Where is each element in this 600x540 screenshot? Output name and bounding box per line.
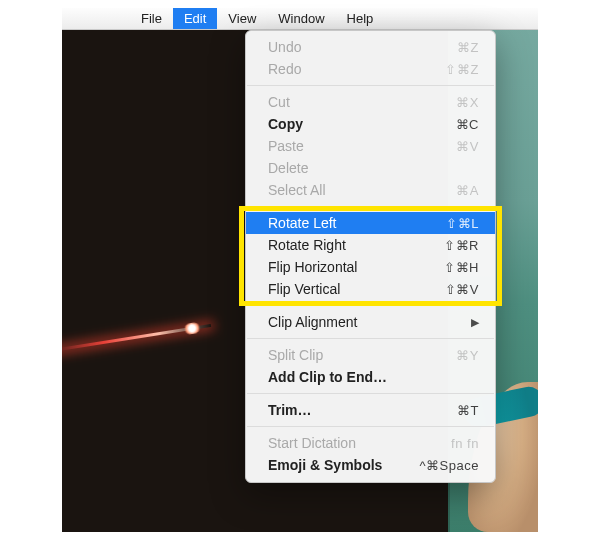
menu-item-split-clip: Split Clip⌘Y — [246, 344, 495, 366]
menu-item-shortcut: ⇧⌘Z — [445, 62, 479, 77]
menu-item-paste: Paste⌘V — [246, 135, 495, 157]
menu-item-copy[interactable]: Copy⌘C — [246, 113, 495, 135]
menu-help[interactable]: Help — [336, 8, 385, 29]
edit-dropdown: Undo⌘ZRedo⇧⌘ZCut⌘XCopy⌘CPaste⌘VDeleteSel… — [245, 30, 496, 483]
menu-item-shortcut: fn fn — [451, 436, 479, 451]
menu-item-label: Flip Horizontal — [268, 259, 357, 275]
menu-separator — [247, 85, 494, 86]
menu-item-label: Cut — [268, 94, 290, 110]
menu-item-shortcut: ⌘Z — [457, 40, 479, 55]
menu-item-emoji-symbols[interactable]: Emoji & Symbols^⌘Space — [246, 454, 495, 476]
menu-item-shortcut: ⇧⌘V — [445, 282, 479, 297]
menu-item-shortcut: ^⌘Space — [419, 458, 479, 473]
menu-item-label: Flip Vertical — [268, 281, 340, 297]
menu-item-label: Emoji & Symbols — [268, 457, 382, 473]
menu-item-label: Split Clip — [268, 347, 323, 363]
menu-item-shortcut: ⇧⌘L — [446, 216, 479, 231]
menu-item-label: Copy — [268, 116, 303, 132]
menu-item-label: Trim… — [268, 402, 312, 418]
menu-label: Help — [347, 11, 374, 26]
menu-item-delete: Delete — [246, 157, 495, 179]
menu-separator — [247, 305, 494, 306]
menu-item-label: Clip Alignment — [268, 314, 358, 330]
menu-item-shortcut: ⌘V — [456, 139, 479, 154]
menu-file[interactable]: File — [130, 8, 173, 29]
menu-separator — [247, 426, 494, 427]
menu-label: Edit — [184, 11, 206, 26]
menu-label: View — [228, 11, 256, 26]
menubar: File Edit View Window Help — [62, 8, 538, 30]
menu-item-trim[interactable]: Trim…⌘T — [246, 399, 495, 421]
menu-item-flip-vertical[interactable]: Flip Vertical⇧⌘V — [246, 278, 495, 300]
menu-item-label: Delete — [268, 160, 308, 176]
menu-item-rotate-right[interactable]: Rotate Right⇧⌘R — [246, 234, 495, 256]
menu-item-flip-horizontal[interactable]: Flip Horizontal⇧⌘H — [246, 256, 495, 278]
menu-item-rotate-left[interactable]: Rotate Left⇧⌘L — [246, 212, 495, 234]
menu-separator — [247, 393, 494, 394]
menu-item-shortcut: ⌘Y — [456, 348, 479, 363]
menu-item-shortcut: ⇧⌘H — [444, 260, 479, 275]
menu-item-undo: Undo⌘Z — [246, 36, 495, 58]
menu-item-select-all: Select All⌘A — [246, 179, 495, 201]
menu-item-clip-alignment[interactable]: Clip Alignment▶ — [246, 311, 495, 333]
menu-window[interactable]: Window — [267, 8, 335, 29]
menu-edit[interactable]: Edit — [173, 8, 217, 29]
menu-item-cut: Cut⌘X — [246, 91, 495, 113]
menu-item-label: Start Dictation — [268, 435, 356, 451]
menu-label: File — [141, 11, 162, 26]
menu-item-redo: Redo⇧⌘Z — [246, 58, 495, 80]
menu-item-start-dictation: Start Dictationfn fn — [246, 432, 495, 454]
menu-separator — [247, 338, 494, 339]
menu-separator — [247, 206, 494, 207]
menu-item-shortcut: ⇧⌘R — [444, 238, 479, 253]
menu-item-label: Select All — [268, 182, 326, 198]
menu-item-shortcut: ⌘C — [456, 117, 479, 132]
menu-item-shortcut: ⌘T — [457, 403, 479, 418]
chevron-right-icon: ▶ — [471, 316, 479, 329]
menu-item-shortcut: ⌘A — [456, 183, 479, 198]
menu-label: Window — [278, 11, 324, 26]
menu-view[interactable]: View — [217, 8, 267, 29]
menu-item-label: Rotate Left — [268, 215, 337, 231]
menu-item-label: Rotate Right — [268, 237, 346, 253]
background-spark — [62, 324, 211, 355]
menu-item-label: Paste — [268, 138, 304, 154]
menu-item-shortcut: ⌘X — [456, 95, 479, 110]
menu-item-label: Redo — [268, 61, 301, 77]
menu-item-label: Undo — [268, 39, 301, 55]
menu-item-add-clip-to-end[interactable]: Add Clip to End… — [246, 366, 495, 388]
menu-item-label: Add Clip to End… — [268, 369, 387, 385]
